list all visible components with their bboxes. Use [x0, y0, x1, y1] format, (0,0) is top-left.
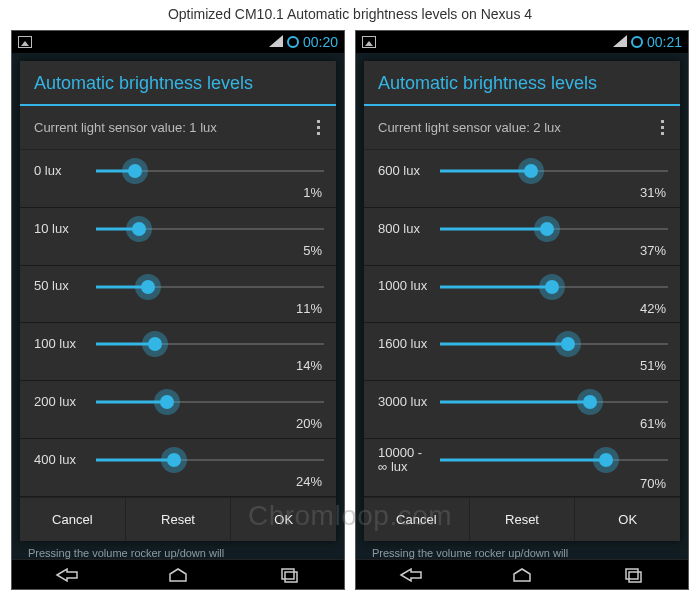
lux-label: 200 lux — [34, 395, 96, 409]
phones-container: 00:20 Automatic brightness levels Curren… — [0, 30, 700, 590]
brightness-row: 50 lux11% — [20, 266, 336, 324]
status-right: 00:20 — [269, 34, 338, 50]
brightness-slider[interactable] — [440, 390, 668, 414]
brightness-row: 100 lux14% — [20, 323, 336, 381]
status-bar: 00:21 — [356, 31, 688, 53]
nav-bar — [12, 559, 344, 589]
percent-label: 70% — [378, 476, 668, 491]
brightness-slider[interactable] — [440, 217, 668, 241]
signal-icon — [269, 35, 283, 50]
lux-label: 50 lux — [34, 279, 96, 293]
brightness-slider[interactable] — [96, 159, 324, 183]
percent-label: 42% — [378, 301, 668, 316]
status-right: 00:21 — [613, 34, 682, 50]
percent-label: 20% — [34, 416, 324, 431]
network-ring-icon — [287, 36, 299, 48]
brightness-slider[interactable] — [440, 332, 668, 356]
brightness-dialog: Automatic brightness levels Current ligh… — [364, 61, 680, 541]
nav-back-button[interactable] — [386, 565, 436, 585]
brightness-row: 3000 lux61% — [364, 381, 680, 439]
lux-label: 600 lux — [378, 164, 440, 178]
lux-label: 3000 lux — [378, 395, 440, 409]
brightness-slider[interactable] — [96, 390, 324, 414]
lux-label: 400 lux — [34, 453, 96, 467]
lux-label: 1600 lux — [378, 337, 440, 351]
slider-thumb[interactable] — [160, 395, 174, 409]
reset-button[interactable]: Reset — [470, 498, 576, 541]
brightness-row: 0 lux1% — [20, 150, 336, 208]
brightness-row: 400 lux24% — [20, 439, 336, 497]
reset-button[interactable]: Reset — [126, 498, 232, 541]
brightness-slider[interactable] — [96, 448, 324, 472]
slider-thumb[interactable] — [148, 337, 162, 351]
brightness-rows: 0 lux1%10 lux5%50 lux11%100 lux14%200 lu… — [20, 150, 336, 497]
percent-label: 61% — [378, 416, 668, 431]
nav-back-button[interactable] — [42, 565, 92, 585]
brightness-rows: 600 lux31%800 lux37%1000 lux42%1600 lux5… — [364, 150, 680, 497]
lux-label: 0 lux — [34, 164, 96, 178]
brightness-slider[interactable] — [440, 275, 668, 299]
brightness-row: 1600 lux51% — [364, 323, 680, 381]
status-left — [362, 36, 376, 48]
brightness-dialog: Automatic brightness levels Current ligh… — [20, 61, 336, 541]
brightness-slider[interactable] — [96, 275, 324, 299]
percent-label: 14% — [34, 358, 324, 373]
lux-label: 1000 lux — [378, 279, 440, 293]
cancel-button[interactable]: Cancel — [364, 498, 470, 541]
percent-label: 51% — [378, 358, 668, 373]
brightness-row: 600 lux31% — [364, 150, 680, 208]
cancel-button[interactable]: Cancel — [20, 498, 126, 541]
sensor-label: Current light sensor value: 1 lux — [34, 120, 217, 135]
svg-rect-2 — [626, 569, 638, 579]
gallery-icon — [362, 36, 376, 48]
percent-label: 1% — [34, 185, 324, 200]
slider-thumb[interactable] — [167, 453, 181, 467]
nav-home-button[interactable] — [153, 565, 203, 585]
brightness-slider[interactable] — [96, 332, 324, 356]
brightness-row: 1000 lux42% — [364, 266, 680, 324]
brightness-row: 10 lux5% — [20, 208, 336, 266]
phone-left: 00:20 Automatic brightness levels Curren… — [11, 30, 345, 590]
brightness-slider[interactable] — [96, 217, 324, 241]
percent-label: 37% — [378, 243, 668, 258]
slider-thumb[interactable] — [141, 280, 155, 294]
gallery-icon — [18, 36, 32, 48]
ok-button[interactable]: OK — [575, 498, 680, 541]
overflow-icon[interactable] — [311, 116, 326, 139]
nav-recent-button[interactable] — [608, 565, 658, 585]
svg-rect-1 — [285, 572, 297, 582]
sensor-row: Current light sensor value: 2 lux — [364, 106, 680, 150]
slider-thumb[interactable] — [583, 395, 597, 409]
sensor-row: Current light sensor value: 1 lux — [20, 106, 336, 150]
percent-label: 11% — [34, 301, 324, 316]
slider-thumb[interactable] — [545, 280, 559, 294]
percent-label: 5% — [34, 243, 324, 258]
slider-thumb[interactable] — [132, 222, 146, 236]
slider-thumb[interactable] — [524, 164, 538, 178]
overflow-icon[interactable] — [655, 116, 670, 139]
background-hint-text: Pressing the volume rocker up/down will — [366, 543, 678, 559]
ok-button[interactable]: OK — [231, 498, 336, 541]
page-title: Optimized CM10.1 Automatic brightness le… — [0, 0, 700, 30]
slider-thumb[interactable] — [128, 164, 142, 178]
svg-rect-3 — [629, 572, 641, 582]
brightness-slider[interactable] — [440, 159, 668, 183]
slider-thumb[interactable] — [561, 337, 575, 351]
lux-label: 10 lux — [34, 222, 96, 236]
nav-home-button[interactable] — [497, 565, 547, 585]
clock: 00:21 — [647, 34, 682, 50]
dialog-title: Automatic brightness levels — [364, 61, 680, 104]
status-bar: 00:20 — [12, 31, 344, 53]
signal-icon — [613, 35, 627, 50]
brightness-row: 200 lux20% — [20, 381, 336, 439]
clock: 00:20 — [303, 34, 338, 50]
button-bar: Cancel Reset OK — [20, 497, 336, 541]
background-hint-text: Pressing the volume rocker up/down will — [22, 543, 334, 559]
brightness-slider[interactable] — [440, 448, 668, 472]
slider-thumb[interactable] — [540, 222, 554, 236]
phone-right: 00:21 Automatic brightness levels Curren… — [355, 30, 689, 590]
nav-recent-button[interactable] — [264, 565, 314, 585]
slider-thumb[interactable] — [599, 453, 613, 467]
lux-label: 10000 - ∞ lux — [378, 446, 440, 475]
network-ring-icon — [631, 36, 643, 48]
